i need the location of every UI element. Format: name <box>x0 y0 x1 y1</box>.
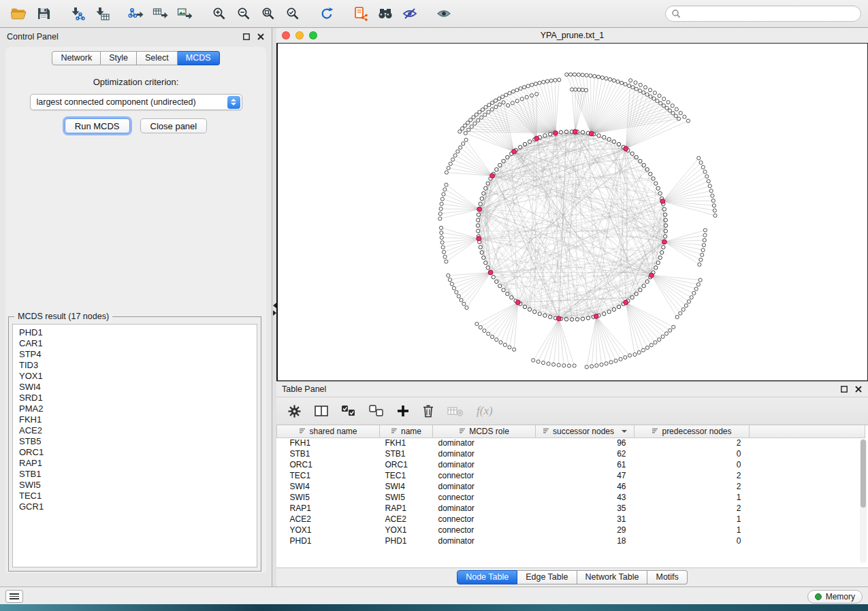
leaf-node[interactable] <box>703 229 707 232</box>
cell-predecessor-nodes[interactable]: 2 <box>634 503 750 514</box>
cell-shared-name[interactable]: TEC1 <box>277 470 380 481</box>
dominator-node[interactable] <box>573 129 577 134</box>
dominator-node[interactable] <box>515 300 520 305</box>
leaf-node[interactable] <box>457 295 460 298</box>
cell-predecessor-nodes[interactable]: 2 <box>634 470 750 481</box>
cell-shared-name[interactable]: SWI5 <box>277 492 380 503</box>
leaf-node[interactable] <box>557 363 560 367</box>
table-row[interactable]: FKH1FKH1dominator962 <box>277 437 865 448</box>
leaf-node[interactable] <box>475 113 478 116</box>
dominator-node[interactable] <box>534 136 539 141</box>
cell-shared-name[interactable]: ACE2 <box>277 514 380 525</box>
leaf-node[interactable] <box>649 95 652 98</box>
tab-select[interactable]: Select <box>137 51 178 65</box>
zoom-in-icon[interactable] <box>207 3 231 24</box>
tab-mcds[interactable]: MCDS <box>178 51 220 65</box>
cell-successor-nodes[interactable]: 61 <box>536 459 634 470</box>
leaf-node[interactable] <box>633 353 637 357</box>
cell-mcds-role[interactable]: dominator <box>433 535 536 546</box>
leaf-node[interactable] <box>605 362 608 365</box>
ring-node[interactable] <box>663 213 666 216</box>
cell-successor-nodes[interactable]: 43 <box>536 492 634 503</box>
cell-shared-name[interactable]: STB1 <box>277 448 380 459</box>
cell-predecessor-nodes[interactable]: 0 <box>634 535 750 546</box>
leaf-node[interactable] <box>532 359 535 362</box>
leaf-node[interactable] <box>515 99 519 103</box>
leaf-node[interactable] <box>448 278 451 282</box>
ring-node[interactable] <box>581 317 584 320</box>
table-row[interactable]: SWI5SWI5connector431 <box>277 492 865 503</box>
ring-node[interactable] <box>639 159 642 163</box>
ring-node[interactable] <box>617 142 620 146</box>
leaf-node[interactable] <box>705 175 709 178</box>
ring-node[interactable] <box>664 218 667 222</box>
ring-node[interactable] <box>502 159 505 163</box>
cell-shared-name[interactable]: YOX1 <box>277 525 380 535</box>
ring-node[interactable] <box>654 266 658 269</box>
leaf-node[interactable] <box>699 161 703 164</box>
cell-successor-nodes[interactable]: 96 <box>536 437 634 448</box>
leaf-node[interactable] <box>525 95 528 99</box>
leaf-node[interactable] <box>605 77 608 80</box>
ring-node[interactable] <box>486 266 489 269</box>
table-row[interactable]: SWI4SWI4dominator462 <box>277 481 865 492</box>
ring-node[interactable] <box>652 177 655 180</box>
table-tab-motifs[interactable]: Motifs <box>647 570 687 584</box>
leaf-node[interactable] <box>450 282 453 286</box>
leaf-node[interactable] <box>462 302 466 306</box>
leaf-node[interactable] <box>464 138 468 142</box>
leaf-node[interactable] <box>508 91 511 95</box>
ring-node[interactable] <box>612 308 615 311</box>
leaf-node[interactable] <box>451 158 455 161</box>
leaf-node[interactable] <box>590 365 594 368</box>
ring-node[interactable] <box>498 163 502 167</box>
cell-successor-nodes[interactable]: 62 <box>536 448 634 459</box>
leaf-node[interactable] <box>452 286 455 290</box>
ring-node[interactable] <box>586 316 590 320</box>
leaf-node[interactable] <box>447 166 450 169</box>
zoom-selected-icon[interactable] <box>280 3 305 24</box>
leaf-node[interactable] <box>479 326 482 329</box>
ring-node[interactable] <box>484 186 487 190</box>
ring-node[interactable] <box>502 288 505 292</box>
cell-mcds-role[interactable]: dominator <box>433 448 536 459</box>
column-header-mcds-role[interactable]: MCDS role <box>433 425 536 437</box>
result-item[interactable]: ACE2 <box>19 425 254 436</box>
leaf-node[interactable] <box>461 127 464 130</box>
leaf-node[interactable] <box>453 154 457 157</box>
leaf-node[interactable] <box>438 217 442 220</box>
ring-node[interactable] <box>575 318 579 321</box>
leaf-node[interactable] <box>687 300 690 303</box>
dominator-node[interactable] <box>477 236 481 241</box>
close-window-icon[interactable] <box>282 31 290 39</box>
open-folder-icon[interactable] <box>7 3 31 24</box>
cell-predecessor-nodes[interactable]: 1 <box>634 525 750 535</box>
leaf-node[interactable] <box>541 361 545 365</box>
cell-predecessor-nodes[interactable]: 0 <box>634 459 750 470</box>
leaf-node[interactable] <box>709 189 713 193</box>
leaf-node[interactable] <box>573 364 576 367</box>
ring-node[interactable] <box>559 131 562 134</box>
ring-node[interactable] <box>607 137 611 141</box>
leaf-node[interactable] <box>458 130 462 133</box>
leaf-node[interactable] <box>609 361 613 364</box>
leaf-node[interactable] <box>694 287 698 291</box>
dominator-node[interactable] <box>477 207 482 212</box>
column-header-predecessor-nodes[interactable]: predecessor nodes <box>634 425 750 437</box>
leaf-node[interactable] <box>624 356 627 359</box>
leaf-node[interactable] <box>648 88 652 92</box>
leaf-node[interactable] <box>658 338 661 342</box>
cell-name[interactable]: FKH1 <box>380 437 433 448</box>
leaf-node[interactable] <box>662 97 666 101</box>
cell-name[interactable]: RAP1 <box>380 503 433 514</box>
result-item[interactable]: GCR1 <box>19 501 254 512</box>
table-row[interactable]: TEC1TEC1connector472 <box>277 470 865 481</box>
dominator-node[interactable] <box>488 270 493 275</box>
leaf-node[interactable] <box>711 199 715 202</box>
leaf-node[interactable] <box>455 291 458 294</box>
leaf-node[interactable] <box>440 197 444 201</box>
leaf-node[interactable] <box>645 93 649 96</box>
leaf-node[interactable] <box>671 104 674 108</box>
leaf-node[interactable] <box>656 99 659 103</box>
table-scrollbar[interactable] <box>860 439 867 563</box>
